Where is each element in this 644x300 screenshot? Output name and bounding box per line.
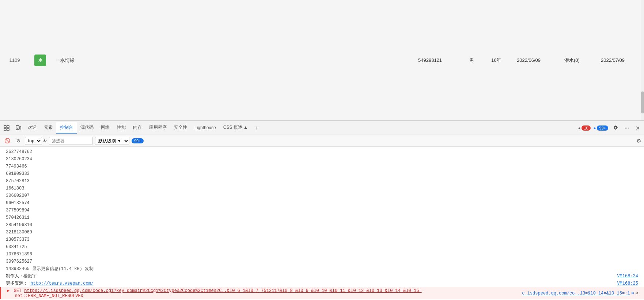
svg-rect-0 xyxy=(4,125,6,128)
svg-point-9 xyxy=(628,127,629,128)
error-triangle-icon: ▶ xyxy=(7,288,10,293)
console-output-line: 960132574 xyxy=(0,199,644,207)
svg-rect-6 xyxy=(19,127,21,129)
devtools-tabs: 欢迎元素控制台源代码网络性能内存应用程序安全性LighthouseCSS 概述 … xyxy=(24,122,251,134)
resource-ref[interactable]: VM168:25 xyxy=(617,280,638,287)
tab-安全性[interactable]: 安全性 xyxy=(170,122,191,134)
console-error-line: ▶ GET https://c.isdspeed.qq.com/code.cgi… xyxy=(0,287,644,299)
tab-性能[interactable]: 性能 xyxy=(113,122,129,134)
table-scrollbar[interactable] xyxy=(641,0,644,121)
console-output-line: 377509894 xyxy=(0,207,644,214)
console-blue-badge: 99+ xyxy=(132,138,144,143)
console-last-line: 143932465 显示更多信息(11.4 kB) 复制 xyxy=(0,265,644,273)
clear-console-button[interactable]: 🚫 xyxy=(3,136,12,145)
svg-rect-2 xyxy=(4,128,6,131)
console-output-line: 77493466 xyxy=(0,163,644,170)
error-content: ▶ GET https://c.isdspeed.qq.com/code.cgi… xyxy=(7,288,422,299)
devtools-right-controls: ● 10 ● 99+ ✕ xyxy=(578,123,643,133)
settings-button[interactable] xyxy=(611,123,621,133)
devtools-left-icons xyxy=(1,123,23,133)
table-scrollbar-thumb[interactable] xyxy=(641,91,644,113)
error-icon-link[interactable]: ⊕ xyxy=(632,290,634,296)
error-message: net::ERR_NAME_NOT_RESOLVED xyxy=(7,293,83,299)
error-ref-right: c.isdspeed.qq.com/co..13=&l0_14=&l0_15=:… xyxy=(522,290,638,296)
tab-元素[interactable]: 元素 xyxy=(40,122,56,134)
console-lines: 2627748762313026023477493466691909333875… xyxy=(0,148,644,265)
svg-point-7 xyxy=(625,127,626,128)
eye-icon: 👁 xyxy=(43,139,47,143)
console-output-line: 875702813 xyxy=(0,177,644,185)
tab-欢迎[interactable]: 欢迎 xyxy=(24,122,40,134)
console-output-line: 3097625627 xyxy=(0,258,644,265)
row-id: 1109 xyxy=(0,0,29,121)
console-output-line: 1076671896 xyxy=(0,251,644,258)
error-method: GET xyxy=(14,288,24,293)
console-output-line: 3218130069 xyxy=(0,229,644,236)
devtools-tabbar: 欢迎元素控制台源代码网络性能内存应用程序安全性LighthouseCSS 概述 … xyxy=(0,121,644,135)
context-select[interactable]: top xyxy=(25,137,42,145)
tab-lighthouse[interactable]: Lighthouse xyxy=(191,123,220,133)
console-output-line: 130573373 xyxy=(0,236,644,243)
add-tab-button[interactable]: + xyxy=(252,123,261,133)
row-name: 一水情缘 xyxy=(51,0,414,121)
console-output-line: 2854196310 xyxy=(0,221,644,229)
console-gear-icon[interactable]: ⚙ xyxy=(636,138,641,144)
row-years: 16年 xyxy=(487,0,512,121)
close-devtools-button[interactable]: ✕ xyxy=(633,123,643,133)
console-output[interactable]: 2627748762313026023477493466691909333875… xyxy=(0,147,644,300)
row-avatar: 水 xyxy=(29,0,51,121)
row-status: 潜水(0) xyxy=(560,0,596,121)
author-label: 制作人：楼振宇 xyxy=(6,273,37,280)
resource-link[interactable]: http://tears.vsepan.com/ xyxy=(30,281,94,286)
tab-应用程序[interactable]: 应用程序 xyxy=(145,122,170,134)
stop-recording-button[interactable]: ⊘ xyxy=(14,136,23,145)
data-table-area: 1109 水 一水情缘 549298121 男 16年 2022/06/09 潜… xyxy=(0,0,644,121)
console-settings: ⚙ xyxy=(636,138,641,144)
console-output-line: 3130260234 xyxy=(0,155,644,163)
console-output-line: 1661803 xyxy=(0,185,644,192)
console-resource-line: 更多资源： http://tears.vsepan.com/ VM168:25 xyxy=(0,280,644,287)
context-selector-wrapper: top 👁 xyxy=(25,137,47,145)
device-toggle-button[interactable] xyxy=(13,123,23,133)
red-badge: 10 xyxy=(582,125,590,131)
row-join-date: 2022/06/09 xyxy=(512,0,560,121)
console-output-line: 2627748762 xyxy=(0,148,644,155)
warning-count-badge: ● 99+ xyxy=(594,125,608,131)
resource-label: 更多资源： http://tears.vsepan.com/ xyxy=(6,280,94,287)
tab-css-概述-▲[interactable]: CSS 概述 ▲ xyxy=(220,122,251,134)
error-url-short[interactable]: c.isdspeed.qq.com/co..13=&l0_14=&l0_15=:… xyxy=(522,291,630,296)
error-icon-stop[interactable]: ⊘ xyxy=(636,290,638,296)
author-ref[interactable]: VM168:24 xyxy=(617,273,638,280)
inspect-element-button[interactable] xyxy=(1,123,12,133)
tab-控制台[interactable]: 控制台 xyxy=(56,122,77,134)
svg-rect-3 xyxy=(7,128,9,131)
console-toolbar: 🚫 ⊘ top 👁 默认级别 ▼ 99+ ⚙ xyxy=(0,135,644,147)
tab-内存[interactable]: 内存 xyxy=(129,122,145,134)
user-table: 1109 水 一水情缘 549298121 男 16年 2022/06/09 潜… xyxy=(0,0,644,121)
row-qq: 549298121 xyxy=(414,0,465,121)
console-output-line: 691909333 xyxy=(0,170,644,177)
row-last-date: 2022/07/09 xyxy=(596,0,644,121)
blue-badge: 99+ xyxy=(597,125,608,131)
log-level-select[interactable]: 默认级别 ▼ xyxy=(95,137,129,145)
tab-源代码[interactable]: 源代码 xyxy=(77,122,97,134)
console-output-line: 63841725 xyxy=(0,243,644,251)
console-author-line: 制作人：楼振宇 VM168:24 xyxy=(0,273,644,280)
customize-button[interactable] xyxy=(622,123,632,133)
table-row[interactable]: 1109 水 一水情缘 549298121 男 16年 2022/06/09 潜… xyxy=(0,0,644,121)
tab-网络[interactable]: 网络 xyxy=(97,122,113,134)
row-gender: 男 xyxy=(465,0,487,121)
error-count-badge: ● 10 xyxy=(578,125,591,131)
console-output-line: 306602007 xyxy=(0,192,644,199)
filter-input[interactable] xyxy=(49,137,93,145)
svg-point-8 xyxy=(626,127,627,128)
svg-rect-1 xyxy=(7,125,9,128)
console-output-line: 570426311 xyxy=(0,214,644,221)
error-url[interactable]: https://c.isdspeed.qq.com/code.cgi?key=d… xyxy=(24,288,421,293)
